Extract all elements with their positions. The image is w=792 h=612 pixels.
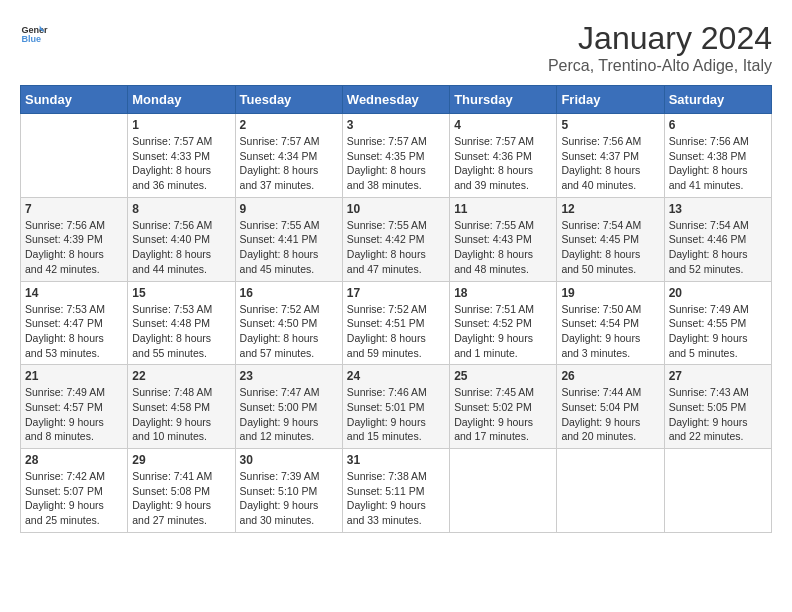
day-info: Sunrise: 7:44 AM Sunset: 5:04 PM Dayligh… bbox=[561, 385, 659, 444]
logo-icon: General Blue bbox=[20, 20, 48, 48]
calendar-cell: 24Sunrise: 7:46 AM Sunset: 5:01 PM Dayli… bbox=[342, 365, 449, 449]
day-info: Sunrise: 7:56 AM Sunset: 4:37 PM Dayligh… bbox=[561, 134, 659, 193]
day-number: 25 bbox=[454, 369, 552, 383]
day-info: Sunrise: 7:53 AM Sunset: 4:48 PM Dayligh… bbox=[132, 302, 230, 361]
title-block: January 2024 Perca, Trentino-Alto Adige,… bbox=[548, 20, 772, 75]
calendar-cell: 30Sunrise: 7:39 AM Sunset: 5:10 PM Dayli… bbox=[235, 449, 342, 533]
week-row-3: 21Sunrise: 7:49 AM Sunset: 4:57 PM Dayli… bbox=[21, 365, 772, 449]
calendar-cell: 17Sunrise: 7:52 AM Sunset: 4:51 PM Dayli… bbox=[342, 281, 449, 365]
day-number: 29 bbox=[132, 453, 230, 467]
calendar-cell: 14Sunrise: 7:53 AM Sunset: 4:47 PM Dayli… bbox=[21, 281, 128, 365]
calendar-cell bbox=[450, 449, 557, 533]
month-title: January 2024 bbox=[548, 20, 772, 57]
day-info: Sunrise: 7:38 AM Sunset: 5:11 PM Dayligh… bbox=[347, 469, 445, 528]
calendar-cell: 9Sunrise: 7:55 AM Sunset: 4:41 PM Daylig… bbox=[235, 197, 342, 281]
day-info: Sunrise: 7:41 AM Sunset: 5:08 PM Dayligh… bbox=[132, 469, 230, 528]
day-number: 26 bbox=[561, 369, 659, 383]
day-number: 18 bbox=[454, 286, 552, 300]
svg-text:General: General bbox=[21, 25, 48, 35]
calendar-cell: 28Sunrise: 7:42 AM Sunset: 5:07 PM Dayli… bbox=[21, 449, 128, 533]
calendar-cell: 25Sunrise: 7:45 AM Sunset: 5:02 PM Dayli… bbox=[450, 365, 557, 449]
week-row-0: 1Sunrise: 7:57 AM Sunset: 4:33 PM Daylig… bbox=[21, 114, 772, 198]
day-info: Sunrise: 7:56 AM Sunset: 4:39 PM Dayligh… bbox=[25, 218, 123, 277]
day-number: 1 bbox=[132, 118, 230, 132]
day-number: 9 bbox=[240, 202, 338, 216]
day-info: Sunrise: 7:48 AM Sunset: 4:58 PM Dayligh… bbox=[132, 385, 230, 444]
calendar-cell: 20Sunrise: 7:49 AM Sunset: 4:55 PM Dayli… bbox=[664, 281, 771, 365]
calendar-cell: 4Sunrise: 7:57 AM Sunset: 4:36 PM Daylig… bbox=[450, 114, 557, 198]
calendar-cell: 19Sunrise: 7:50 AM Sunset: 4:54 PM Dayli… bbox=[557, 281, 664, 365]
day-info: Sunrise: 7:57 AM Sunset: 4:33 PM Dayligh… bbox=[132, 134, 230, 193]
week-row-2: 14Sunrise: 7:53 AM Sunset: 4:47 PM Dayli… bbox=[21, 281, 772, 365]
weekday-header-wednesday: Wednesday bbox=[342, 86, 449, 114]
day-number: 6 bbox=[669, 118, 767, 132]
calendar-cell: 10Sunrise: 7:55 AM Sunset: 4:42 PM Dayli… bbox=[342, 197, 449, 281]
day-number: 20 bbox=[669, 286, 767, 300]
day-number: 27 bbox=[669, 369, 767, 383]
day-number: 30 bbox=[240, 453, 338, 467]
calendar-cell: 11Sunrise: 7:55 AM Sunset: 4:43 PM Dayli… bbox=[450, 197, 557, 281]
day-info: Sunrise: 7:57 AM Sunset: 4:36 PM Dayligh… bbox=[454, 134, 552, 193]
calendar-cell: 27Sunrise: 7:43 AM Sunset: 5:05 PM Dayli… bbox=[664, 365, 771, 449]
calendar-cell: 21Sunrise: 7:49 AM Sunset: 4:57 PM Dayli… bbox=[21, 365, 128, 449]
weekday-header-monday: Monday bbox=[128, 86, 235, 114]
day-info: Sunrise: 7:55 AM Sunset: 4:42 PM Dayligh… bbox=[347, 218, 445, 277]
day-info: Sunrise: 7:46 AM Sunset: 5:01 PM Dayligh… bbox=[347, 385, 445, 444]
weekday-header-row: SundayMondayTuesdayWednesdayThursdayFrid… bbox=[21, 86, 772, 114]
day-info: Sunrise: 7:50 AM Sunset: 4:54 PM Dayligh… bbox=[561, 302, 659, 361]
day-number: 19 bbox=[561, 286, 659, 300]
day-info: Sunrise: 7:49 AM Sunset: 4:55 PM Dayligh… bbox=[669, 302, 767, 361]
svg-text:Blue: Blue bbox=[21, 34, 41, 44]
day-number: 14 bbox=[25, 286, 123, 300]
day-number: 5 bbox=[561, 118, 659, 132]
day-number: 13 bbox=[669, 202, 767, 216]
day-info: Sunrise: 7:57 AM Sunset: 4:34 PM Dayligh… bbox=[240, 134, 338, 193]
day-info: Sunrise: 7:55 AM Sunset: 4:41 PM Dayligh… bbox=[240, 218, 338, 277]
day-number: 17 bbox=[347, 286, 445, 300]
day-info: Sunrise: 7:52 AM Sunset: 4:51 PM Dayligh… bbox=[347, 302, 445, 361]
day-info: Sunrise: 7:56 AM Sunset: 4:40 PM Dayligh… bbox=[132, 218, 230, 277]
day-info: Sunrise: 7:56 AM Sunset: 4:38 PM Dayligh… bbox=[669, 134, 767, 193]
location-title: Perca, Trentino-Alto Adige, Italy bbox=[548, 57, 772, 75]
day-info: Sunrise: 7:42 AM Sunset: 5:07 PM Dayligh… bbox=[25, 469, 123, 528]
weekday-header-friday: Friday bbox=[557, 86, 664, 114]
day-number: 31 bbox=[347, 453, 445, 467]
day-number: 22 bbox=[132, 369, 230, 383]
day-number: 12 bbox=[561, 202, 659, 216]
calendar-cell: 2Sunrise: 7:57 AM Sunset: 4:34 PM Daylig… bbox=[235, 114, 342, 198]
day-number: 2 bbox=[240, 118, 338, 132]
weekday-header-sunday: Sunday bbox=[21, 86, 128, 114]
day-info: Sunrise: 7:57 AM Sunset: 4:35 PM Dayligh… bbox=[347, 134, 445, 193]
day-info: Sunrise: 7:54 AM Sunset: 4:46 PM Dayligh… bbox=[669, 218, 767, 277]
calendar-cell: 26Sunrise: 7:44 AM Sunset: 5:04 PM Dayli… bbox=[557, 365, 664, 449]
day-number: 23 bbox=[240, 369, 338, 383]
calendar-body: 1Sunrise: 7:57 AM Sunset: 4:33 PM Daylig… bbox=[21, 114, 772, 533]
day-number: 16 bbox=[240, 286, 338, 300]
day-number: 15 bbox=[132, 286, 230, 300]
day-number: 8 bbox=[132, 202, 230, 216]
calendar-cell: 1Sunrise: 7:57 AM Sunset: 4:33 PM Daylig… bbox=[128, 114, 235, 198]
calendar-cell: 8Sunrise: 7:56 AM Sunset: 4:40 PM Daylig… bbox=[128, 197, 235, 281]
weekday-header-tuesday: Tuesday bbox=[235, 86, 342, 114]
calendar-cell: 16Sunrise: 7:52 AM Sunset: 4:50 PM Dayli… bbox=[235, 281, 342, 365]
day-number: 4 bbox=[454, 118, 552, 132]
calendar-cell: 6Sunrise: 7:56 AM Sunset: 4:38 PM Daylig… bbox=[664, 114, 771, 198]
calendar-cell: 23Sunrise: 7:47 AM Sunset: 5:00 PM Dayli… bbox=[235, 365, 342, 449]
day-info: Sunrise: 7:55 AM Sunset: 4:43 PM Dayligh… bbox=[454, 218, 552, 277]
page-header: General Blue January 2024 Perca, Trentin… bbox=[20, 20, 772, 75]
logo: General Blue bbox=[20, 20, 48, 48]
calendar-cell: 29Sunrise: 7:41 AM Sunset: 5:08 PM Dayli… bbox=[128, 449, 235, 533]
day-info: Sunrise: 7:49 AM Sunset: 4:57 PM Dayligh… bbox=[25, 385, 123, 444]
calendar-cell: 12Sunrise: 7:54 AM Sunset: 4:45 PM Dayli… bbox=[557, 197, 664, 281]
weekday-header-saturday: Saturday bbox=[664, 86, 771, 114]
calendar-table: SundayMondayTuesdayWednesdayThursdayFrid… bbox=[20, 85, 772, 533]
week-row-1: 7Sunrise: 7:56 AM Sunset: 4:39 PM Daylig… bbox=[21, 197, 772, 281]
calendar-cell: 15Sunrise: 7:53 AM Sunset: 4:48 PM Dayli… bbox=[128, 281, 235, 365]
day-info: Sunrise: 7:51 AM Sunset: 4:52 PM Dayligh… bbox=[454, 302, 552, 361]
day-info: Sunrise: 7:53 AM Sunset: 4:47 PM Dayligh… bbox=[25, 302, 123, 361]
calendar-cell: 22Sunrise: 7:48 AM Sunset: 4:58 PM Dayli… bbox=[128, 365, 235, 449]
calendar-cell: 5Sunrise: 7:56 AM Sunset: 4:37 PM Daylig… bbox=[557, 114, 664, 198]
day-number: 21 bbox=[25, 369, 123, 383]
day-number: 3 bbox=[347, 118, 445, 132]
day-number: 24 bbox=[347, 369, 445, 383]
